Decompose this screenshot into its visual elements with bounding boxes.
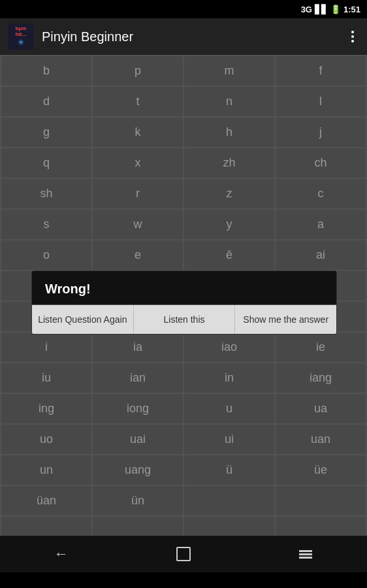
dialog-title: Wrong! (45, 282, 91, 296)
listen-this-button[interactable]: Listen this (134, 305, 236, 334)
listen-question-again-button[interactable]: Listen Question Again (32, 305, 134, 334)
app-title: Pinyin Beginner (42, 29, 338, 44)
dialog-buttons: Listen Question Again Listen this Show m… (32, 304, 336, 334)
app-bar: bpm fdt... ✳ Pinyin Beginner (0, 18, 367, 55)
dialog-header: Wrong! (32, 271, 336, 304)
overflow-dot (351, 35, 354, 38)
recents-icon (299, 550, 312, 559)
recents-button[interactable] (286, 541, 325, 567)
app-logo-text: bpm fdt... (16, 26, 27, 38)
status-bar: 3G ▋▋ 🔋 1:51 (0, 0, 367, 18)
status-icons: 3G ▋▋ 🔋 1:51 (301, 5, 360, 14)
home-icon (176, 547, 191, 561)
app-logo: bpm fdt... ✳ (8, 24, 34, 50)
time-display: 1:51 (343, 5, 360, 14)
battery-icon: 🔋 (330, 5, 341, 14)
overflow-menu-button[interactable] (346, 28, 359, 45)
back-button[interactable]: ← (42, 541, 81, 567)
signal-icon: ▋▋ (315, 5, 328, 14)
main-content: bpmfdtnlgkhjqxzhchshrzcswyaoeêaieiaoouan… (0, 55, 367, 536)
wrong-dialog: Wrong! Listen Question Again Listen this… (31, 270, 337, 335)
show-answer-button[interactable]: Show me the answer (235, 305, 336, 334)
app-logo-icon: ✳ (18, 38, 24, 47)
network-indicator: 3G (301, 5, 312, 14)
overflow-dot (351, 40, 354, 42)
back-icon: ← (54, 546, 69, 563)
overflow-dot (351, 31, 354, 33)
home-button[interactable] (164, 541, 203, 567)
nav-bar: ← (0, 536, 367, 572)
